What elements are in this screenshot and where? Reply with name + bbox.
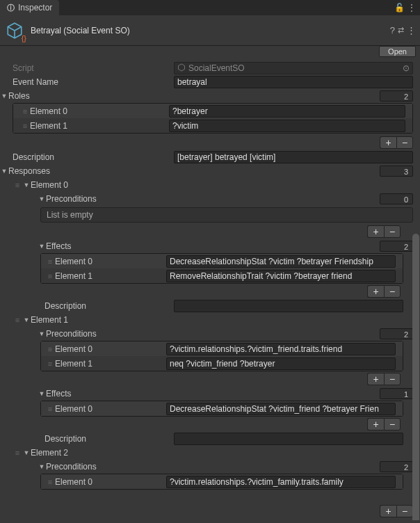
role-field[interactable] — [169, 105, 405, 118]
element-label: Element 0 — [55, 344, 166, 354]
add-button[interactable]: + — [380, 505, 396, 517]
preconditions-count[interactable]: 2 — [380, 461, 413, 472]
header-menu-icon[interactable]: ⋮ — [407, 25, 416, 35]
description-field[interactable] — [174, 151, 413, 163]
drag-handle-icon[interactable]: ≡ — [13, 449, 22, 457]
help-icon[interactable]: ? — [390, 25, 395, 35]
asset-icon: {} — [4, 20, 25, 41]
preconditions-label: Preconditions — [46, 462, 380, 472]
remove-button[interactable]: − — [384, 285, 401, 298]
effects-foldout[interactable]: ▼ Effects 2 — [0, 239, 420, 253]
remove-button[interactable]: − — [384, 418, 401, 431]
drag-handle-icon[interactable]: ≡ — [45, 345, 55, 353]
effects-label: Effects — [46, 241, 380, 251]
asset-title: Betrayal (Social Event SO) — [31, 26, 385, 35]
effects-count[interactable]: 1 — [380, 388, 413, 399]
drag-handle-icon[interactable]: ≡ — [45, 257, 55, 266]
preset-icon[interactable]: ⇄ — [398, 26, 404, 35]
description-label: Description — [0, 301, 174, 311]
element-label: Element 0 — [55, 257, 166, 266]
effects-foldout[interactable]: ▼ Effects 1 — [0, 387, 420, 401]
remove-button[interactable]: − — [396, 136, 413, 149]
preconditions-foldout[interactable]: ▼ Preconditions 0 — [0, 192, 420, 206]
element-label: Element 0 — [55, 477, 166, 487]
drag-handle-icon[interactable]: ≡ — [20, 107, 30, 115]
tab-label: Inspector — [18, 3, 52, 13]
event-name-field[interactable] — [174, 76, 413, 88]
preconditions-foldout[interactable]: ▼ Preconditions 2 — [0, 460, 420, 474]
response-foldout[interactable]: ≡ ▼ Element 1 — [0, 313, 420, 327]
precondition-field[interactable] — [166, 343, 396, 355]
precondition-field[interactable] — [166, 357, 396, 370]
header: {} Betrayal (Social Event SO) ? ⇄ ⋮ — [0, 15, 420, 46]
chevron-down-icon: ▼ — [38, 463, 46, 470]
drag-handle-icon[interactable]: ≡ — [45, 360, 55, 368]
effect-field[interactable] — [166, 403, 396, 415]
object-picker-icon[interactable]: ⊙ — [403, 63, 410, 73]
drag-handle-icon[interactable]: ≡ — [45, 478, 55, 486]
chevron-down-icon: ▼ — [22, 316, 31, 323]
add-button[interactable]: + — [367, 225, 384, 238]
preconditions-foldout[interactable]: ▼ Preconditions 2 — [0, 327, 420, 341]
inspector-body: Script SocialEventSO ⊙ Event Name ▼ Role… — [0, 60, 420, 520]
add-button[interactable]: + — [367, 418, 384, 431]
element-label: Element 0 — [31, 180, 68, 190]
script-label: Script — [0, 63, 174, 73]
precondition-field[interactable] — [166, 476, 396, 488]
element-label: Element 2 — [31, 448, 68, 458]
drag-handle-icon[interactable]: ≡ — [45, 405, 55, 413]
drag-handle-icon[interactable]: ≡ — [13, 181, 22, 189]
element-label: Element 1 — [55, 359, 166, 369]
empty-list: List is empty — [40, 207, 413, 223]
effects-label: Effects — [46, 389, 380, 399]
element-label: Element 1 — [55, 271, 166, 281]
roles-count[interactable]: 2 — [380, 90, 413, 102]
lock-icon[interactable]: 🔓 — [394, 3, 405, 13]
response-foldout[interactable]: ≡ ▼ Element 2 — [0, 446, 420, 460]
chevron-down-icon: ▼ — [38, 243, 46, 250]
element-label: Element 0 — [55, 404, 166, 414]
chevron-down-icon: ▼ — [38, 330, 46, 337]
response-description-field[interactable] — [174, 300, 403, 312]
effects-count[interactable]: 2 — [380, 241, 413, 252]
responses-foldout[interactable]: ▼ Responses 3 — [0, 164, 420, 178]
chevron-down-icon: ▼ — [38, 390, 46, 397]
remove-button[interactable]: − — [396, 505, 413, 517]
add-button[interactable]: + — [367, 285, 384, 298]
remove-button[interactable]: − — [384, 373, 401, 385]
chevron-down-icon: ▼ — [0, 168, 8, 175]
scrollbar[interactable] — [412, 234, 420, 520]
effect-field[interactable] — [166, 255, 396, 268]
response-foldout[interactable]: ≡ ▼ Element 0 — [0, 178, 420, 192]
add-button[interactable]: + — [380, 136, 396, 149]
response-description-field[interactable] — [174, 433, 403, 445]
element-label: Element 0 — [30, 106, 169, 116]
chevron-down-icon: ▼ — [38, 195, 46, 202]
script-icon — [177, 63, 186, 74]
responses-count[interactable]: 3 — [380, 166, 413, 177]
description-label: Description — [0, 152, 174, 162]
role-field[interactable] — [169, 120, 405, 132]
drag-handle-icon[interactable]: ≡ — [13, 316, 22, 324]
tab-inspector[interactable]: ⓘ Inspector — [0, 0, 59, 15]
tab-bar: ⓘ Inspector 🔓 ⋮ — [0, 0, 420, 15]
drag-handle-icon[interactable]: ≡ — [45, 272, 55, 280]
open-button[interactable]: Open — [379, 46, 416, 57]
preconditions-label: Preconditions — [46, 194, 380, 204]
element-label: Element 1 — [30, 121, 169, 131]
add-button[interactable]: + — [367, 373, 384, 385]
event-name-label: Event Name — [0, 77, 174, 87]
preconditions-count[interactable]: 2 — [380, 328, 413, 339]
preconditions-count[interactable]: 0 — [380, 193, 413, 204]
chevron-down-icon: ▼ — [22, 449, 31, 456]
remove-button[interactable]: − — [384, 225, 401, 238]
roles-foldout[interactable]: ▼ Roles 2 — [0, 89, 420, 103]
effect-field[interactable] — [166, 270, 396, 282]
responses-label: Responses — [8, 166, 380, 176]
script-value: SocialEventSO — [188, 63, 245, 73]
roles-label: Roles — [8, 91, 380, 101]
scroll-thumb[interactable] — [412, 234, 419, 520]
drag-handle-icon[interactable]: ≡ — [20, 122, 30, 130]
script-field: SocialEventSO ⊙ — [174, 62, 413, 74]
menu-icon[interactable]: ⋮ — [407, 3, 416, 13]
